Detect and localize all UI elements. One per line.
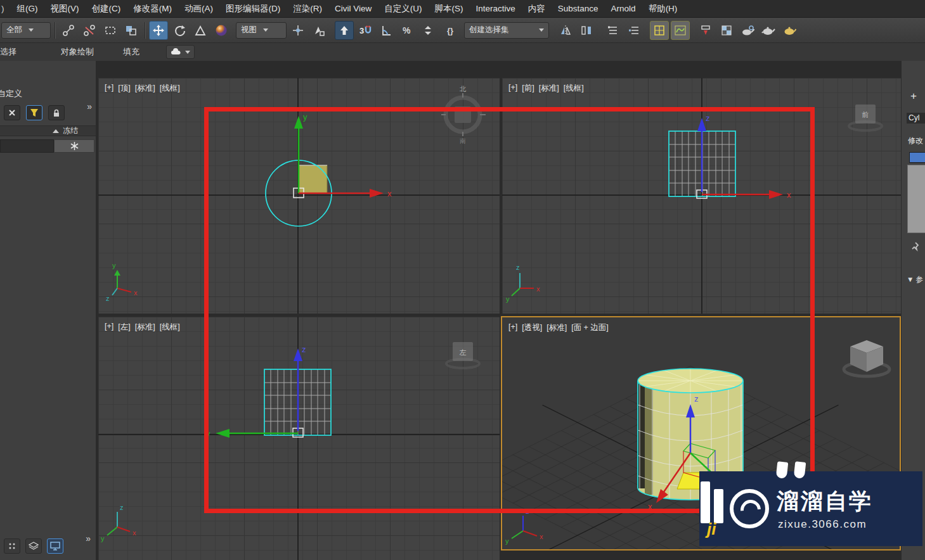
overflow-chevron[interactable]: » [87, 101, 92, 111]
menu-item-substance[interactable]: Substance [552, 0, 605, 17]
menu-item-create[interactable]: 创建(C) [86, 0, 127, 17]
viewport-menu-general[interactable]: [+] [105, 83, 113, 94]
modifier-list-label[interactable]: 修改 [908, 136, 925, 146]
use-center-button[interactable] [288, 21, 307, 40]
render-frame-window-button[interactable] [738, 21, 757, 40]
graph-grid-button[interactable] [650, 21, 669, 40]
window-crossing-button[interactable] [122, 21, 141, 40]
menu-item-interactive[interactable]: Interactive [470, 0, 522, 17]
snap-toggle-button[interactable] [335, 21, 354, 40]
watermark-partial-text: ji [707, 519, 716, 539]
menu-item-group[interactable]: 组(G) [11, 0, 44, 17]
menu-item-partial[interactable]: ) [0, 0, 11, 17]
menu-item-views[interactable]: 视图(V) [44, 0, 86, 17]
move-tool-button[interactable] [149, 21, 168, 40]
menu-item-civil-view[interactable]: Civil View [328, 0, 378, 17]
viewport-menu-shading[interactable]: [面 + 边面] [571, 322, 609, 333]
axis-tripod: z y x [101, 504, 136, 542]
pin-stack-icon[interactable] [911, 242, 920, 255]
menu-item-arnold[interactable]: Arnold [605, 0, 642, 17]
viewcube-compass[interactable]: 北 南 [441, 86, 486, 144]
curve-editor-button[interactable] [671, 21, 690, 40]
menu-item-animation[interactable]: 动画(A) [178, 0, 219, 17]
percent-snap-button[interactable]: % [398, 21, 417, 40]
angle-snap-button[interactable] [377, 21, 396, 40]
arnold-render-button[interactable] [780, 21, 799, 40]
viewport-menu-pov[interactable]: [左] [118, 322, 130, 333]
populate-flow-button[interactable] [166, 45, 195, 59]
lock-button[interactable] [48, 105, 65, 120]
render-setup-button[interactable] [696, 21, 715, 40]
ribbon-tab-select[interactable]: 选择 [0, 43, 25, 61]
viewport-label: [+] [左] [标准] [线框] [105, 322, 180, 333]
viewport-menu-general[interactable]: [+] [508, 322, 517, 333]
align-button[interactable] [577, 21, 596, 40]
viewport-menu-pov[interactable]: [前] [522, 83, 534, 94]
named-selection-set-dropdown[interactable]: 创建选择集 [464, 22, 549, 39]
select-and-link-button[interactable] [59, 21, 78, 40]
edit-named-selection-button[interactable]: {} [443, 21, 462, 40]
viewport-label: [+] [透视] [标准] [面 + 边面] [508, 322, 609, 333]
freeze-column-header[interactable]: 冻结 [0, 125, 96, 136]
viewcube[interactable]: 前 [849, 105, 882, 130]
viewport-menu-shading[interactable]: [线框] [564, 83, 584, 94]
filter-funnel-button[interactable] [26, 105, 42, 120]
menu-item-modifiers[interactable]: 修改器(M) [127, 0, 178, 17]
viewport-front[interactable]: [+] [前] [标准] [线框] 前 [502, 78, 901, 314]
scale-tool-button[interactable] [191, 21, 210, 40]
material-editor-button[interactable] [717, 21, 736, 40]
viewport-menu-standard[interactable]: [标准] [547, 322, 567, 333]
display-view-button[interactable] [47, 538, 63, 554]
viewport-menu-shading[interactable]: [线框] [160, 83, 180, 94]
viewport-menu-pov[interactable]: [顶] [118, 83, 130, 94]
ribbon-tab-object-paint[interactable]: 对象绘制 [52, 43, 103, 61]
reference-coordinate-value: 视图 [241, 25, 257, 35]
viewport-menu-shading[interactable]: [线框] [160, 322, 180, 333]
layers-view-button[interactable] [25, 538, 42, 554]
selection-filter-dropdown[interactable]: 全部 [1, 22, 51, 39]
snap-3-label: 3 [359, 26, 364, 35]
scene-explorer-toggle-button[interactable] [624, 21, 644, 40]
menu-item-graph-editors[interactable]: 图形编辑器(D) [219, 0, 287, 17]
snap-3d-button[interactable]: 3 [356, 21, 375, 40]
pivot-center-button[interactable] [212, 21, 231, 40]
watermark-brand: 溜溜自学 [777, 487, 873, 516]
rotate-tool-button[interactable] [170, 21, 189, 40]
unlink-selection-button[interactable] [80, 21, 99, 40]
rectangular-selection-region-button[interactable] [101, 21, 120, 40]
viewport-menu-general[interactable]: [+] [508, 83, 517, 94]
menu-item-customize[interactable]: 自定义(U) [378, 0, 428, 17]
viewport-left[interactable]: [+] [左] [标准] [线框] 左 [98, 317, 500, 560]
dots-menu-button[interactable] [4, 538, 20, 554]
viewport-top[interactable]: [+] [顶] [标准] [线框] 北 南 [98, 78, 500, 314]
viewport-menu-general[interactable]: [+] [105, 322, 113, 333]
reference-coordinate-dropdown[interactable]: 视图 [236, 22, 287, 39]
menu-item-rendering[interactable]: 渲染(R) [287, 0, 328, 17]
spinner-snap-button[interactable] [418, 21, 437, 40]
object-color-swatch[interactable] [909, 152, 925, 163]
mirror-button[interactable] [556, 21, 575, 40]
select-and-manipulate-button[interactable] [309, 21, 328, 40]
layer-manager-button[interactable] [604, 21, 623, 40]
menu-item-help[interactable]: 帮助(H) [642, 0, 684, 17]
viewport-menu-standard[interactable]: [标准] [539, 83, 559, 94]
explorer-toolbar [4, 105, 65, 120]
svg-text:z: z [516, 264, 520, 271]
viewport-menu-standard[interactable]: [标准] [135, 322, 155, 333]
viewcube[interactable]: 左 [446, 342, 479, 368]
object-name-field[interactable]: Cyl [907, 113, 925, 124]
parameters-rollout-header[interactable]: ▼ 参 [907, 275, 925, 284]
render-production-teapot-button[interactable] [759, 21, 778, 40]
viewport-menu-pov[interactable]: [透视] [522, 322, 542, 333]
menu-item-content[interactable]: 内容 [522, 0, 552, 17]
clear-filter-button[interactable] [4, 105, 20, 120]
ribbon-tab-populate[interactable]: 填充 [114, 43, 148, 61]
explorer-search-input[interactable] [0, 139, 54, 153]
freeze-toggle-button[interactable] [54, 139, 94, 153]
menu-item-scripting[interactable]: 脚本(S) [429, 0, 470, 17]
transform-gizmo[interactable]: z x [697, 113, 791, 200]
viewport-menu-standard[interactable]: [标准] [135, 83, 155, 94]
modifier-stack[interactable] [907, 165, 925, 233]
viewcube-3d[interactable] [844, 340, 889, 376]
add-icon[interactable]: + [910, 90, 917, 103]
